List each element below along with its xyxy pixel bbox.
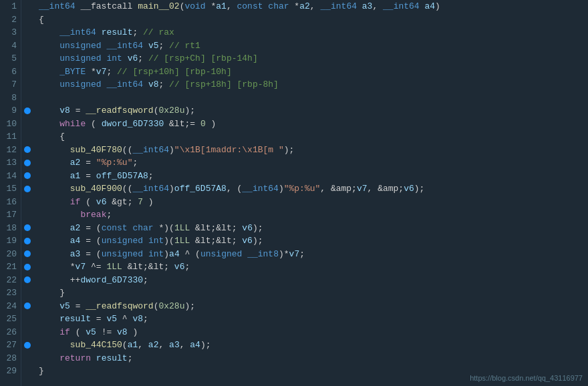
line-number: 28 [0,352,21,365]
gutter-cell [21,130,33,144]
gutter-cell [21,144,33,157]
code-line [39,91,588,105]
line-number: 25 [0,313,21,326]
breakpoint-dot[interactable] [24,172,31,179]
code-line: sub_40F780((__int64)"\x1B[1maddr:\x1B[m … [39,144,588,157]
code-line: if ( v5 != v8 ) [39,326,588,339]
code-line: a2 = "%p:%u"; [39,156,588,170]
gutter-cell [21,78,33,91]
gutter-cell [21,65,33,79]
line-number: 5 [0,52,21,65]
line-number: 29 [0,365,21,378]
line-number: 18 [0,222,21,235]
gutter-cell [21,260,33,274]
gutter-cell [21,300,33,313]
code-line: unsigned __int64 v5; // rt1 [39,39,588,53]
line-number: 22 [0,274,21,287]
line-number: 11 [0,130,21,144]
gutter-cell [21,352,33,365]
code-line: return result; [39,352,588,365]
code-line: a1 = off_6D57A8; [39,170,588,183]
breakpoint-dot[interactable] [24,303,31,309]
code-line: v5 = __readfsqword(0x28u); [39,300,588,313]
gutter-cell [21,91,33,105]
gutter-cell [21,52,33,65]
breakpoint-dot[interactable] [24,224,31,231]
code-line: ++dword_6D7330; [39,274,588,287]
code-line: if ( v6 &gt; 7 ) [39,196,588,209]
gutter-cell [21,26,33,39]
line-number: 17 [0,208,21,222]
line-number: 10 [0,118,21,131]
breakpoint-dot[interactable] [24,342,31,349]
line-number: 2 [0,13,21,27]
code-content: __int64 __fastcall main__02(void *a1, co… [33,0,588,386]
breakpoint-dot[interactable] [24,238,31,244]
line-number: 8 [0,91,21,105]
gutter-cell [21,274,33,287]
gutter-cell [21,365,33,378]
code-line: _BYTE *v7; // [rsp+10h] [rbp-10h] [39,65,588,79]
line-numbers: 1234567891011121314151617181920212223242… [0,0,21,386]
code-line: sub_44C150(a1, a2, a3, a4); [39,339,588,352]
gutter-cell [21,104,33,118]
code-line: unsigned __int64 v8; // [rsp+18h] [rbp-8… [39,78,588,91]
gutter-cell [21,182,33,196]
line-number: 12 [0,144,21,157]
gutter-cell [21,222,33,235]
breakpoint-dot[interactable] [24,276,31,283]
watermark: https://blog.csdn.net/qq_43116977 [470,374,583,382]
code-line: result = v5 ^ v8; [39,313,588,326]
line-number: 19 [0,234,21,248]
code-line: __int64 __fastcall main__02(void *a1, co… [39,0,588,13]
gutter-cell [21,208,33,222]
code-line: a4 = (unsigned int)(1LL &lt;&lt; v6); [39,234,588,248]
gutter-cell [21,286,33,300]
gutter-cell [21,13,33,27]
gutter-cell [21,234,33,248]
line-number: 24 [0,300,21,313]
code-line: } [39,286,588,300]
code-editor: 1234567891011121314151617181920212223242… [0,0,588,386]
line-number: 16 [0,196,21,209]
gutter-cell [21,118,33,131]
code-line: v8 = __readfsqword(0x28u); [39,104,588,118]
gutter-cell [21,248,33,261]
code-line: unsigned int v6; // [rsp+Ch] [rbp-14h] [39,52,588,65]
breakpoint-dot[interactable] [24,250,31,257]
gutter-cell [21,339,33,352]
line-number: 15 [0,182,21,196]
gutter-cell [21,313,33,326]
line-number: 26 [0,326,21,339]
gutter-cell [21,39,33,53]
line-number: 9 [0,104,21,118]
line-number: 7 [0,78,21,91]
line-number: 27 [0,339,21,352]
breakpoint-dot[interactable] [24,160,31,166]
line-number: 6 [0,65,21,79]
breakpoint-dot[interactable] [24,108,31,114]
line-number: 20 [0,248,21,261]
line-number: 4 [0,39,21,53]
code-line: { [39,13,588,27]
line-number: 14 [0,170,21,183]
line-number: 3 [0,26,21,39]
gutter [21,0,33,386]
code-line: __int64 result; // rax [39,26,588,39]
breakpoint-dot[interactable] [24,264,31,270]
breakpoint-dot[interactable] [24,146,31,153]
gutter-cell [21,0,33,13]
code-line: a3 = (unsigned int)a4 ^ (unsigned __int8… [39,248,588,261]
line-number: 13 [0,156,21,170]
gutter-cell [21,156,33,170]
line-number: 23 [0,286,21,300]
code-line: break; [39,208,588,222]
breakpoint-dot[interactable] [24,186,31,192]
code-line: while ( dword_6D7330 &lt;= 0 ) [39,118,588,131]
code-line: *v7 ^= 1LL &lt;&lt; v6; [39,260,588,274]
gutter-cell [21,326,33,339]
code-line: a2 = (const char *)(1LL &lt;&lt; v6); [39,222,588,235]
gutter-cell [21,196,33,209]
code-line: sub_40F900((__int64)off_6D57A8, (__int64… [39,182,588,196]
line-number: 21 [0,260,21,274]
